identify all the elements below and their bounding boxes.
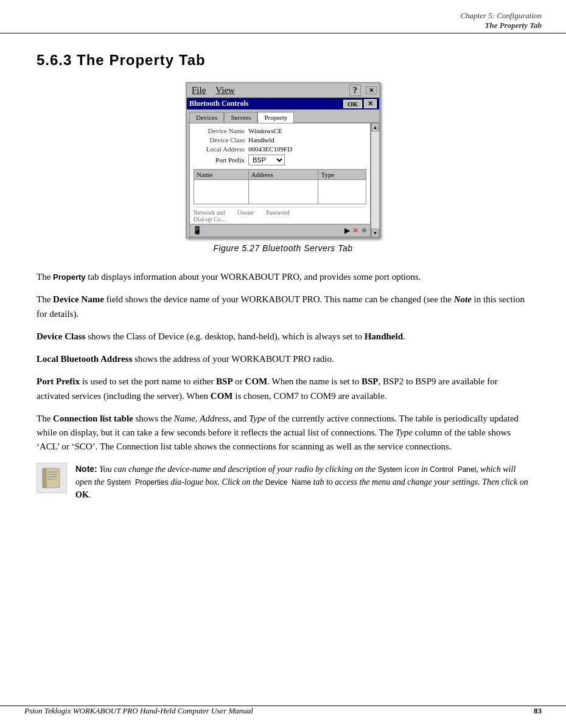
menu-bar: File View ? ✕ [187, 83, 379, 98]
partial-network: Network and [194, 209, 225, 216]
note-control-panel: Control Panel [430, 465, 476, 474]
cell-name [194, 180, 249, 204]
tab-devices[interactable]: Devices [189, 112, 224, 123]
col-type: Type [318, 170, 366, 180]
scroll-up-arrow[interactable]: ▲ [371, 123, 379, 131]
toolbar-icon-3[interactable]: ✕ [352, 226, 358, 235]
cell-address [248, 180, 318, 204]
toolbar-icon-1[interactable]: 📱 [192, 226, 202, 235]
dialog-body: Device Name WindowsCE Device Class Handh… [189, 123, 371, 237]
inline-port-prefix: Port Prefix [37, 376, 80, 386]
menu-file[interactable]: File [189, 85, 208, 96]
inline-conn-list: Connection list table [53, 414, 133, 423]
note-system: System [378, 465, 402, 474]
toolbar-icon-4[interactable]: ⚛ [361, 226, 368, 235]
cell-type [318, 180, 366, 204]
device-name-label: Device Name [194, 127, 248, 134]
paragraph-1: The Property tab displays information ab… [37, 270, 529, 284]
col-name: Name [194, 170, 249, 180]
connection-list-table: Name Address Type [194, 169, 366, 204]
menu-view[interactable]: View [213, 85, 237, 96]
paragraph-4: Local Bluetooth Address shows the addres… [37, 352, 529, 366]
figure-container: File View ? ✕ Bluetooth Controls OK ✕ De… [37, 82, 529, 264]
paragraph-5: Port Prefix is used to set the port name… [37, 375, 529, 403]
paragraph-6: The Connection list table shows the Name… [37, 412, 529, 454]
port-prefix-select[interactable]: BSP COM [248, 154, 285, 165]
footer-left: Psion Teklogix WORKABOUT PRO Hand-Held C… [24, 706, 253, 716]
section-title: 5.6.3 The Property Tab [37, 52, 529, 69]
svg-rect-1 [43, 468, 46, 488]
note-ok: OK [75, 490, 89, 499]
partial-row2: Dial-up Co... [194, 216, 366, 223]
scroll-down-arrow[interactable]: ▼ [371, 229, 379, 237]
page-footer: Psion Teklogix WORKABOUT PRO Hand-Held C… [0, 705, 566, 716]
bottom-toolbar: 📱 ▶ ✕ ⚛ [190, 224, 370, 237]
inline-handheld: Handheld [365, 331, 403, 341]
paragraph-3: Device Class shows the Class of Device (… [37, 330, 529, 344]
note-body: You can change the device-name and descr… [75, 465, 528, 499]
menu-help-button[interactable]: ? [349, 85, 362, 96]
scroll-track [371, 131, 379, 229]
figure-caption: Figure 5.27 Bluetooth Servers Tab [213, 243, 352, 253]
book-svg [40, 466, 64, 490]
prop-local-address-row: Local Address 00043EC109FD [194, 145, 366, 153]
bt-ok-button[interactable]: OK [343, 100, 362, 108]
note-text: Note: You can change the device-name and… [75, 463, 529, 501]
dialog-partial-bottom: Network and Owner Password Dial-up Co... [194, 207, 366, 223]
partial-owner: Owner [237, 209, 254, 216]
section-line: The Property Tab [24, 21, 542, 30]
dialog-shell: File View ? ✕ Bluetooth Controls OK ✕ De… [186, 82, 380, 238]
inline-address-col: Address [200, 414, 229, 423]
inline-device-name: Device Name [53, 294, 104, 304]
bt-title-text: Bluetooth Controls [189, 99, 343, 108]
inline-name-col: Name [174, 414, 195, 423]
dialog-body-wrapper: Device Name WindowsCE Device Class Handh… [187, 123, 379, 237]
inline-local-bt-address: Local Bluetooth Address [37, 354, 132, 364]
inline-bsp2: BSP [362, 376, 379, 386]
inline-device-class: Device Class [37, 331, 85, 341]
device-class-value: Handheld [248, 136, 274, 144]
col-address: Address [248, 170, 318, 180]
footer-page-number: 83 [534, 706, 542, 716]
inline-com2: COM [211, 391, 233, 401]
page-header: Chapter 5: Configuration The Property Ta… [0, 0, 566, 33]
port-prefix-label: Port Prefix [194, 156, 248, 164]
tab-servers[interactable]: Servers [224, 112, 257, 123]
toolbar-icon-2[interactable]: ▶ [344, 226, 350, 235]
menu-close-button[interactable]: ✕ [366, 86, 377, 94]
note-box: Note: You can change the device-name and… [37, 463, 529, 501]
vertical-scrollbar[interactable]: ▲ ▼ [371, 123, 379, 237]
note-device-name: Device Name [265, 478, 311, 487]
device-name-value: WindowsCE [248, 127, 282, 134]
note-label: Note: [75, 464, 97, 474]
note-system-props: System Properties [107, 478, 168, 487]
prop-device-class-row: Device Class Handheld [194, 136, 366, 144]
prop-port-prefix-row: Port Prefix BSP COM [194, 154, 366, 165]
tab-property[interactable]: Property [257, 112, 294, 123]
partial-row1: Network and Owner Password [194, 209, 366, 216]
local-address-label: Local Address [194, 145, 248, 153]
main-content: 5.6.3 The Property Tab File View ? ✕ Blu… [0, 33, 566, 525]
local-address-value: 00043EC109FD [248, 145, 292, 153]
inline-type-ref: Type [396, 428, 413, 437]
device-class-label: Device Class [194, 136, 248, 144]
prop-device-name-row: Device Name WindowsCE [194, 127, 366, 134]
bt-title-bar: Bluetooth Controls OK ✕ [187, 98, 379, 109]
inline-note-ref: Note [454, 294, 472, 304]
inline-com: COM [245, 376, 268, 386]
chapter-line: Chapter 5: Configuration [24, 11, 542, 21]
bt-close-button[interactable]: ✕ [364, 99, 377, 108]
paragraph-2: The Device Name field shows the device n… [37, 293, 529, 321]
table-row [194, 180, 366, 204]
inline-type-col: Type [249, 414, 266, 423]
tabs-row: Devices Servers Property [187, 109, 379, 123]
inline-property: Property [53, 272, 85, 282]
partial-password: Password [266, 209, 289, 216]
note-book-icon [37, 463, 67, 493]
inline-bsp: BSP [216, 376, 233, 386]
